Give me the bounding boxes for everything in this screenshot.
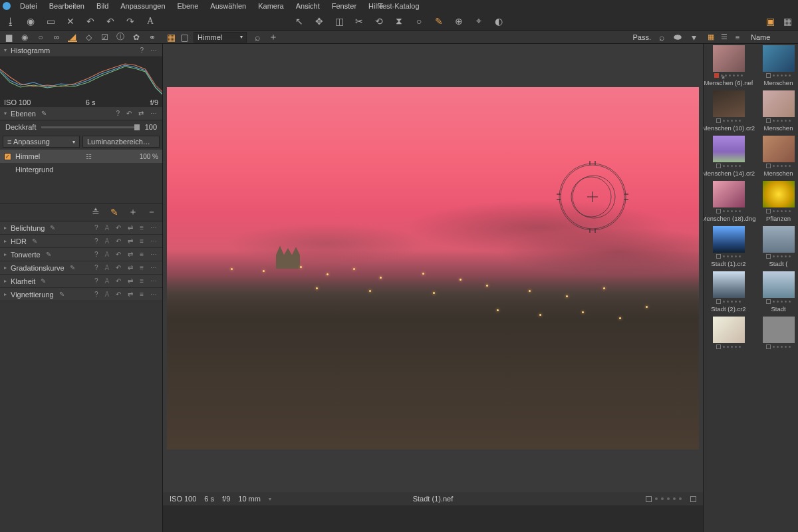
thumbnail[interactable]: ★Menschen (6).nef <box>710 45 747 86</box>
heal-icon[interactable]: ⊕ <box>454 16 464 27</box>
thumbnail[interactable]: Menschen (14).cr2 <box>710 136 747 177</box>
edit-icon[interactable]: ✎ <box>31 237 39 245</box>
edit-icon[interactable]: ✎ <box>39 277 47 285</box>
copy-icon[interactable]: ⇄ <box>126 291 134 298</box>
reset-icon[interactable]: ↶ <box>114 224 122 231</box>
add-adj-icon[interactable]: ＋ <box>128 207 138 217</box>
reset-icon[interactable]: ↶ <box>114 264 122 271</box>
link-tab-icon[interactable]: ∞ <box>52 33 61 42</box>
rotate-icon[interactable]: ⟲ <box>374 16 384 27</box>
dropdown-icon[interactable]: ▾ <box>688 32 699 43</box>
menu-ansicht[interactable]: Ansicht <box>291 1 325 11</box>
more-icon[interactable]: ⋯ <box>149 237 158 245</box>
reset-icon[interactable]: ↶ <box>114 251 122 258</box>
copy-icon[interactable]: ⇄ <box>126 264 134 271</box>
share-tab-icon[interactable]: ⚭ <box>148 33 157 42</box>
reset-icon[interactable]: ↶ <box>114 277 122 285</box>
thumbnail[interactable]: Menschen <box>760 136 797 177</box>
check-tab-icon[interactable]: ☑ <box>100 33 109 42</box>
menu-icon[interactable]: ≡ <box>138 251 145 258</box>
thumbnail[interactable]: Menschen <box>760 45 797 86</box>
sliders-icon[interactable]: ≛ <box>90 207 101 217</box>
thumbnail[interactable]: Stadt <box>760 271 797 313</box>
edit-icon[interactable]: ✎ <box>45 251 53 258</box>
radial-icon[interactable]: ○ <box>414 16 424 27</box>
auto-icon[interactable]: A <box>103 251 110 258</box>
folder-icon[interactable]: ▭ <box>45 16 56 27</box>
auto-icon[interactable]: A <box>103 224 110 231</box>
thumbnail-browser[interactable]: ★Menschen (6).nefMenschenMenschen (10).c… <box>704 44 798 532</box>
adjustment-hdr[interactable]: ▸HDR✎?A↶⇄≡⋯ <box>0 235 162 248</box>
undo2-icon[interactable]: ↶ <box>105 16 116 27</box>
more-icon[interactable]: ⋯ <box>149 47 158 54</box>
auto-icon[interactable]: A <box>103 264 110 271</box>
menu-ebene[interactable]: Ebene <box>172 1 204 11</box>
erase-icon[interactable]: ◐ <box>493 16 504 27</box>
copy-icon[interactable]: ⇄ <box>126 277 134 285</box>
adjustment-belichtung[interactable]: ▸Belichtung✎?A↶⇄≡⋯ <box>0 221 162 235</box>
brush-tool-icon[interactable]: ✎ <box>109 207 120 217</box>
text-icon[interactable]: A <box>145 16 156 27</box>
menu-auswählen[interactable]: Auswählen <box>205 1 251 11</box>
opacity-slider[interactable] <box>41 126 139 128</box>
edit-icon[interactable]: ✎ <box>68 264 76 271</box>
thumbnail[interactable]: Menschen (10).cr2 <box>710 90 747 132</box>
circle-tab-icon[interactable]: ○ <box>36 33 45 42</box>
reset-icon[interactable]: ↶ <box>114 291 122 298</box>
thumbnail[interactable] <box>760 317 797 350</box>
thumb-detail-icon[interactable]: ≡ <box>733 33 741 41</box>
thumbnail[interactable] <box>710 317 747 350</box>
menu-anpassungen[interactable]: Anpassungen <box>115 1 170 11</box>
auto-icon[interactable]: A <box>103 291 110 298</box>
camera-icon[interactable]: ◉ <box>25 16 36 27</box>
layers-header[interactable]: ▾ Ebenen ✎ ? ↶ ⇄ ⋯ <box>0 107 162 120</box>
edit-icon[interactable]: ✎ <box>58 291 66 298</box>
thumbnail[interactable]: Menschen (18).dng <box>710 181 747 222</box>
help-icon[interactable]: ? <box>138 47 145 54</box>
help-icon[interactable]: ? <box>114 110 121 117</box>
edit-icon[interactable]: ✎ <box>40 110 48 117</box>
menu-icon[interactable]: ≡ <box>138 224 145 231</box>
import-icon[interactable]: ⭳ <box>5 16 16 27</box>
grid-view-icon[interactable]: ▦ <box>167 33 175 41</box>
more-icon[interactable]: ⋯ <box>149 277 158 285</box>
undo-icon[interactable]: ↶ <box>85 16 96 27</box>
toggle-icon[interactable]: ⬬ <box>672 32 683 43</box>
menu-icon[interactable]: ≡ <box>138 237 145 245</box>
crop-icon[interactable]: ✂ <box>354 16 364 27</box>
adjustment-gradationskurve[interactable]: ▸Gradationskurve✎?A↶⇄≡⋯ <box>0 261 162 275</box>
histogram-header[interactable]: ▾ Histogramm ? ⋯ <box>0 44 162 57</box>
reset-icon[interactable]: ↶ <box>114 237 122 245</box>
adjustment-tonwerte[interactable]: ▸Tonwerte✎?A↶⇄≡⋯ <box>0 248 162 261</box>
camera-tab-icon[interactable]: ◉ <box>20 33 29 42</box>
reset-icon[interactable]: ↶ <box>125 110 133 117</box>
layers-tab-icon[interactable]: ◇ <box>84 33 93 42</box>
name-header[interactable]: Name <box>751 33 770 41</box>
mask-icon[interactable]: ☷ <box>86 153 94 160</box>
help-icon[interactable]: ? <box>93 264 100 271</box>
compare-icon[interactable]: ▣ <box>765 16 775 27</box>
info-tab-icon[interactable]: ⓘ <box>116 33 125 42</box>
transform-icon[interactable]: ◫ <box>334 16 344 27</box>
more-icon[interactable]: ⋯ <box>149 251 158 258</box>
menu-kamera[interactable]: Kamera <box>253 1 289 11</box>
help-icon[interactable]: ? <box>93 251 100 258</box>
folder-tab-icon[interactable]: ▆ <box>4 33 13 42</box>
thumb-grid-icon[interactable]: ▦ <box>707 33 715 41</box>
thumbnail[interactable]: Menschen <box>760 90 797 132</box>
menu-bild[interactable]: Bild <box>91 1 114 11</box>
photo-canvas[interactable] <box>167 87 699 450</box>
thumbnail[interactable]: Stadt ( <box>760 226 797 267</box>
menu-datei[interactable]: Datei <box>15 1 43 11</box>
thumbnail[interactable]: Stadt (2).cr2 <box>710 271 747 313</box>
single-view-icon[interactable]: ▢ <box>180 33 188 41</box>
blend-mode-dropdown[interactable]: ≡ Anpassung▾ <box>3 136 80 148</box>
more-icon[interactable]: ⋯ <box>149 264 158 271</box>
zoom-icon[interactable]: ⌕ <box>252 32 263 43</box>
grid-icon[interactable]: ▦ <box>782 16 793 27</box>
remove-adj-icon[interactable]: － <box>146 207 157 217</box>
help-icon[interactable]: ? <box>93 291 100 298</box>
thumbnail[interactable]: Stadt (1).cr2 <box>710 226 747 267</box>
layer-row[interactable]: ✓Himmel☷100 % <box>0 150 162 163</box>
more-icon[interactable]: ⋯ <box>149 224 158 231</box>
